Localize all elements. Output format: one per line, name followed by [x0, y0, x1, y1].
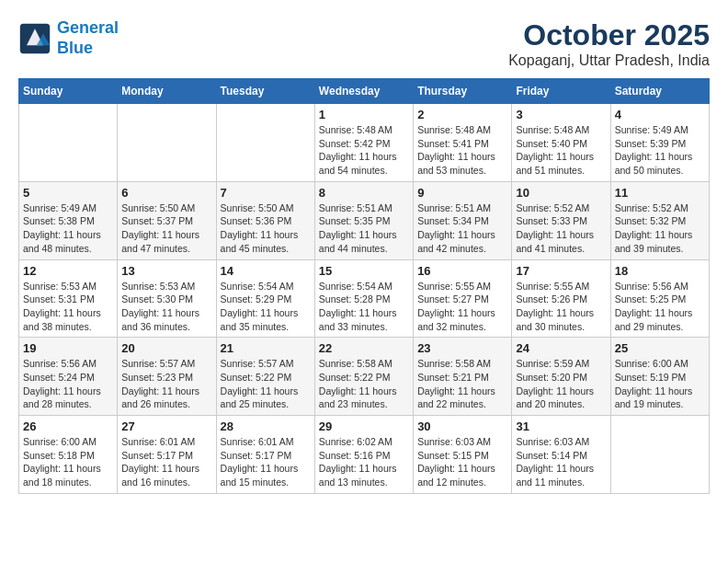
- day-info: Sunrise: 5:59 AM Sunset: 5:20 PM Dayligh…: [516, 357, 606, 411]
- calendar-cell: 15Sunrise: 5:54 AM Sunset: 5:28 PM Dayli…: [314, 259, 413, 338]
- day-number: 19: [23, 341, 113, 355]
- day-number: 1: [319, 108, 409, 121]
- calendar-cell: 5Sunrise: 5:49 AM Sunset: 5:38 PM Daylig…: [19, 181, 118, 259]
- calendar-cell: 6Sunrise: 5:50 AM Sunset: 5:37 PM Daylig…: [118, 181, 216, 259]
- day-number: 31: [516, 419, 606, 433]
- day-info: Sunrise: 6:02 AM Sunset: 5:16 PM Dayligh…: [319, 435, 409, 489]
- calendar-table: SundayMondayTuesdayWednesdayThursdayFrid…: [18, 78, 710, 494]
- day-number: 18: [615, 264, 705, 278]
- month-title: October 2025: [508, 18, 710, 52]
- day-number: 15: [319, 264, 409, 278]
- day-number: 22: [319, 341, 409, 355]
- calendar-cell: 19Sunrise: 5:56 AM Sunset: 5:24 PM Dayli…: [19, 338, 118, 416]
- weekday-header-friday: Friday: [512, 79, 610, 104]
- day-info: Sunrise: 6:01 AM Sunset: 5:17 PM Dayligh…: [121, 435, 211, 489]
- day-info: Sunrise: 5:50 AM Sunset: 5:37 PM Dayligh…: [121, 201, 211, 256]
- logo-icon: [18, 22, 51, 55]
- day-number: 8: [319, 186, 409, 200]
- calendar-cell: 27Sunrise: 6:01 AM Sunset: 5:17 PM Dayli…: [118, 416, 216, 494]
- calendar-cell: 28Sunrise: 6:01 AM Sunset: 5:17 PM Dayli…: [216, 416, 314, 494]
- weekday-header-monday: Monday: [118, 79, 216, 104]
- calendar-cell: 31Sunrise: 6:03 AM Sunset: 5:14 PM Dayli…: [512, 416, 610, 494]
- day-number: 13: [121, 264, 211, 278]
- weekday-header-row: SundayMondayTuesdayWednesdayThursdayFrid…: [19, 79, 710, 104]
- title-block: October 2025 Kopaganj, Uttar Pradesh, In…: [508, 18, 710, 69]
- calendar-cell: 10Sunrise: 5:52 AM Sunset: 5:33 PM Dayli…: [512, 181, 610, 259]
- day-info: Sunrise: 5:55 AM Sunset: 5:26 PM Dayligh…: [516, 280, 606, 334]
- day-info: Sunrise: 5:54 AM Sunset: 5:28 PM Dayligh…: [319, 280, 409, 334]
- calendar-cell: 23Sunrise: 5:58 AM Sunset: 5:21 PM Dayli…: [414, 338, 512, 416]
- day-info: Sunrise: 5:56 AM Sunset: 5:24 PM Dayligh…: [23, 357, 113, 411]
- day-info: Sunrise: 5:51 AM Sunset: 5:34 PM Dayligh…: [417, 201, 507, 256]
- calendar-cell: 4Sunrise: 5:49 AM Sunset: 5:39 PM Daylig…: [610, 104, 709, 182]
- calendar-cell: 25Sunrise: 6:00 AM Sunset: 5:19 PM Dayli…: [610, 338, 709, 416]
- day-info: Sunrise: 5:51 AM Sunset: 5:35 PM Dayligh…: [319, 201, 409, 256]
- calendar-cell: [610, 416, 709, 494]
- calendar-cell: 11Sunrise: 5:52 AM Sunset: 5:32 PM Dayli…: [610, 181, 709, 259]
- day-info: Sunrise: 5:48 AM Sunset: 5:41 PM Dayligh…: [417, 123, 507, 178]
- day-number: 12: [23, 264, 113, 278]
- calendar-cell: 17Sunrise: 5:55 AM Sunset: 5:26 PM Dayli…: [512, 259, 610, 338]
- day-number: 28: [221, 419, 311, 433]
- weekday-header-sunday: Sunday: [19, 79, 118, 104]
- day-info: Sunrise: 6:03 AM Sunset: 5:15 PM Dayligh…: [417, 435, 507, 489]
- calendar-cell: [118, 104, 216, 182]
- calendar-cell: 22Sunrise: 5:58 AM Sunset: 5:22 PM Dayli…: [314, 338, 413, 416]
- day-info: Sunrise: 5:53 AM Sunset: 5:31 PM Dayligh…: [23, 280, 113, 334]
- day-number: 27: [121, 419, 211, 433]
- calendar-cell: 24Sunrise: 5:59 AM Sunset: 5:20 PM Dayli…: [512, 338, 610, 416]
- day-info: Sunrise: 5:48 AM Sunset: 5:42 PM Dayligh…: [319, 123, 409, 178]
- calendar-cell: 9Sunrise: 5:51 AM Sunset: 5:34 PM Daylig…: [414, 181, 512, 259]
- day-number: 16: [417, 264, 507, 278]
- calendar-cell: [19, 104, 118, 182]
- day-info: Sunrise: 5:54 AM Sunset: 5:29 PM Dayligh…: [221, 280, 311, 334]
- day-number: 23: [417, 341, 507, 355]
- calendar-cell: 8Sunrise: 5:51 AM Sunset: 5:35 PM Daylig…: [314, 181, 413, 259]
- day-number: 24: [516, 341, 606, 355]
- day-info: Sunrise: 5:58 AM Sunset: 5:21 PM Dayligh…: [417, 357, 507, 411]
- calendar-cell: 7Sunrise: 5:50 AM Sunset: 5:36 PM Daylig…: [216, 181, 314, 259]
- day-number: 2: [417, 108, 507, 121]
- calendar-cell: 12Sunrise: 5:53 AM Sunset: 5:31 PM Dayli…: [19, 259, 118, 338]
- day-number: 17: [516, 264, 606, 278]
- calendar-cell: 1Sunrise: 5:48 AM Sunset: 5:42 PM Daylig…: [314, 104, 413, 182]
- day-info: Sunrise: 5:53 AM Sunset: 5:30 PM Dayligh…: [121, 280, 211, 334]
- logo: General Blue: [18, 18, 119, 58]
- calendar-cell: 26Sunrise: 6:00 AM Sunset: 5:18 PM Dayli…: [19, 416, 118, 494]
- calendar-cell: 30Sunrise: 6:03 AM Sunset: 5:15 PM Dayli…: [414, 416, 512, 494]
- day-info: Sunrise: 5:56 AM Sunset: 5:25 PM Dayligh…: [615, 280, 705, 334]
- week-row-4: 19Sunrise: 5:56 AM Sunset: 5:24 PM Dayli…: [19, 338, 710, 416]
- weekday-header-saturday: Saturday: [610, 79, 709, 104]
- calendar-cell: 18Sunrise: 5:56 AM Sunset: 5:25 PM Dayli…: [610, 259, 709, 338]
- day-number: 14: [221, 264, 311, 278]
- day-info: Sunrise: 5:58 AM Sunset: 5:22 PM Dayligh…: [319, 357, 409, 411]
- day-number: 4: [615, 108, 705, 121]
- day-info: Sunrise: 5:55 AM Sunset: 5:27 PM Dayligh…: [417, 280, 507, 334]
- calendar-cell: 2Sunrise: 5:48 AM Sunset: 5:41 PM Daylig…: [414, 104, 512, 182]
- day-info: Sunrise: 6:00 AM Sunset: 5:19 PM Dayligh…: [615, 357, 705, 411]
- day-info: Sunrise: 5:49 AM Sunset: 5:39 PM Dayligh…: [615, 123, 705, 178]
- day-info: Sunrise: 6:00 AM Sunset: 5:18 PM Dayligh…: [23, 435, 113, 489]
- day-number: 5: [23, 186, 113, 200]
- location: Kopaganj, Uttar Pradesh, India: [508, 52, 710, 69]
- day-info: Sunrise: 5:52 AM Sunset: 5:33 PM Dayligh…: [516, 201, 606, 256]
- day-number: 11: [615, 186, 705, 200]
- day-number: 26: [23, 419, 113, 433]
- calendar-cell: 20Sunrise: 5:57 AM Sunset: 5:23 PM Dayli…: [118, 338, 216, 416]
- day-number: 3: [516, 108, 606, 121]
- day-number: 29: [319, 419, 409, 433]
- week-row-3: 12Sunrise: 5:53 AM Sunset: 5:31 PM Dayli…: [19, 259, 710, 338]
- calendar-cell: 3Sunrise: 5:48 AM Sunset: 5:40 PM Daylig…: [512, 104, 610, 182]
- day-info: Sunrise: 5:57 AM Sunset: 5:22 PM Dayligh…: [221, 357, 311, 411]
- calendar-cell: [216, 104, 314, 182]
- calendar-cell: 21Sunrise: 5:57 AM Sunset: 5:22 PM Dayli…: [216, 338, 314, 416]
- weekday-header-thursday: Thursday: [414, 79, 512, 104]
- day-info: Sunrise: 5:50 AM Sunset: 5:36 PM Dayligh…: [221, 201, 311, 256]
- day-number: 30: [417, 419, 507, 433]
- day-number: 6: [121, 186, 211, 200]
- day-info: Sunrise: 6:01 AM Sunset: 5:17 PM Dayligh…: [221, 435, 311, 489]
- day-number: 25: [615, 341, 705, 355]
- calendar-cell: 14Sunrise: 5:54 AM Sunset: 5:29 PM Dayli…: [216, 259, 314, 338]
- week-row-1: 1Sunrise: 5:48 AM Sunset: 5:42 PM Daylig…: [19, 104, 710, 182]
- day-number: 21: [221, 341, 311, 355]
